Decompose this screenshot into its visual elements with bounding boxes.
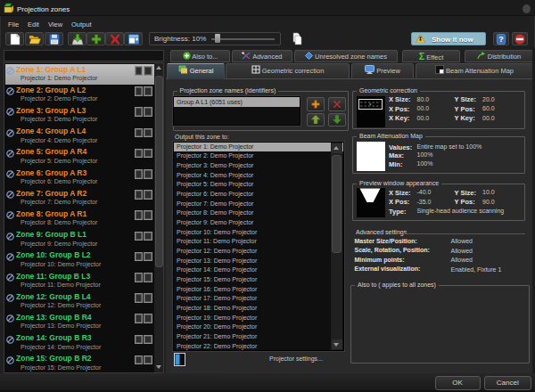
svg-text:?: ? <box>498 35 504 44</box>
